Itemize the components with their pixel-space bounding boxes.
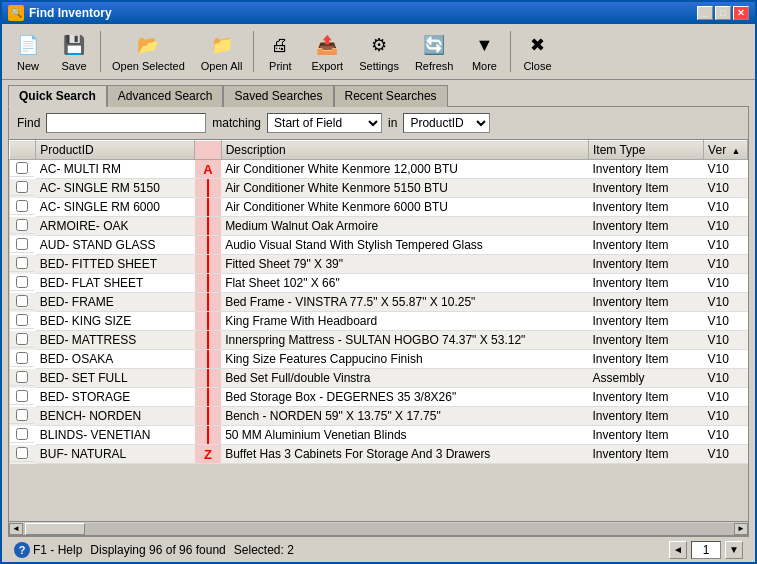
scroll-right-arrow[interactable]: ► — [734, 523, 748, 535]
settings-button[interactable]: ⚙ Settings — [352, 27, 406, 76]
row-checkbox[interactable] — [16, 390, 28, 402]
row-checkbox[interactable] — [16, 162, 28, 174]
item-type-cell: Inventory Item — [588, 407, 703, 426]
tab-quick-search[interactable]: Quick Search — [8, 85, 107, 107]
version-cell: V10 — [704, 350, 748, 369]
product-id-cell: BED- SET FULL — [36, 369, 195, 388]
version-cell: V10 — [704, 198, 748, 217]
page-input[interactable] — [691, 541, 721, 559]
row-checkbox[interactable] — [16, 333, 28, 345]
row-checkbox[interactable] — [16, 257, 28, 269]
item-type-cell: Assembly — [588, 369, 703, 388]
item-type-cell: Inventory Item — [588, 179, 703, 198]
description-cell: Air Conditioner White Kenmore 12,000 BTU — [221, 160, 588, 179]
row-checkbox[interactable] — [16, 295, 28, 307]
more-button[interactable]: ▼ More — [462, 27, 506, 76]
row-checkbox[interactable] — [16, 409, 28, 421]
window-title: Find Inventory — [29, 6, 697, 20]
row-checkbox[interactable] — [16, 219, 28, 231]
version-cell: V10 — [704, 255, 748, 274]
row-checkbox[interactable] — [16, 276, 28, 288]
in-label: in — [388, 116, 397, 130]
close-window-button[interactable]: ✕ — [733, 6, 749, 20]
close-button[interactable]: ✖ Close — [515, 27, 559, 76]
next-page-button[interactable]: ▼ — [725, 541, 743, 559]
description-cell: Buffet Has 3 Cabinets For Storage And 3 … — [221, 445, 588, 464]
matching-select[interactable]: Start of Field Any Part of Field Whole F… — [267, 113, 382, 133]
col-check — [10, 141, 36, 160]
more-icon: ▼ — [470, 31, 498, 59]
row-checkbox[interactable] — [16, 200, 28, 212]
in-select[interactable]: ProductID Description Item Type — [403, 113, 490, 133]
refresh-button[interactable]: 🔄 Refresh — [408, 27, 461, 76]
minimize-button[interactable]: _ — [697, 6, 713, 20]
version-cell: V10 — [704, 312, 748, 331]
col-item-type[interactable]: Item Type — [588, 141, 703, 160]
row-checkbox[interactable] — [16, 238, 28, 250]
az-indicator-cell — [195, 369, 221, 388]
az-indicator-cell — [195, 350, 221, 369]
col-version[interactable]: Ver ▲ — [704, 141, 748, 160]
product-id-cell: BED- FRAME — [36, 293, 195, 312]
open-selected-button[interactable]: 📂 Open Selected — [105, 27, 192, 76]
print-button[interactable]: 🖨 Print — [258, 27, 302, 76]
az-indicator-cell: Z — [195, 445, 221, 464]
table-row: ARMOIRE- OAKMedium Walnut Oak ArmoireInv… — [10, 217, 748, 236]
table-wrapper[interactable]: ProductID Description Item Type Ver — [9, 140, 748, 521]
az-indicator-cell — [195, 198, 221, 217]
table-row: BENCH- NORDENBench - NORDEN 59" X 13.75"… — [10, 407, 748, 426]
tab-advanced-search[interactable]: Advanced Search — [107, 85, 224, 107]
product-id-cell: AUD- STAND GLASS — [36, 236, 195, 255]
item-type-cell: Inventory Item — [588, 293, 703, 312]
description-cell: Bed Storage Box - DEGERNES 35 3/8X26" — [221, 388, 588, 407]
scroll-left-arrow[interactable]: ◄ — [9, 523, 23, 535]
maximize-button[interactable]: □ — [715, 6, 731, 20]
az-indicator-cell — [195, 274, 221, 293]
new-icon: 📄 — [14, 31, 42, 59]
scroll-thumb[interactable] — [25, 523, 85, 535]
product-id-cell: BLINDS- VENETIAN — [36, 426, 195, 445]
horizontal-scrollbar[interactable]: ◄ ► — [9, 521, 748, 535]
table-row: BUF- NATURALZBuffet Has 3 Cabinets For S… — [10, 445, 748, 464]
tab-recent-searches[interactable]: Recent Searches — [334, 85, 448, 107]
description-cell: King Size Features Cappucino Finish — [221, 350, 588, 369]
prev-page-button[interactable]: ◄ — [669, 541, 687, 559]
row-checkbox[interactable] — [16, 352, 28, 364]
toolbar: 📄 New 💾 Save 📂 Open Selected 📁 Open All … — [2, 24, 755, 80]
az-indicator-cell — [195, 217, 221, 236]
search-input[interactable] — [46, 113, 206, 133]
version-cell: V10 — [704, 274, 748, 293]
description-cell: Fitted Sheet 79" X 39" — [221, 255, 588, 274]
row-checkbox[interactable] — [16, 447, 28, 459]
col-product-id[interactable]: ProductID — [36, 141, 195, 160]
col-description[interactable]: Description — [221, 141, 588, 160]
open-all-icon: 📁 — [208, 31, 236, 59]
title-controls: _ □ ✕ — [697, 6, 749, 20]
scroll-track[interactable] — [23, 523, 734, 535]
table-row: BED- KING SIZEKing Frame With HeadboardI… — [10, 312, 748, 331]
version-cell: V10 — [704, 236, 748, 255]
export-button[interactable]: 📤 Export — [304, 27, 350, 76]
save-button[interactable]: 💾 Save — [52, 27, 96, 76]
open-all-label: Open All — [201, 60, 243, 72]
product-id-cell: AC- MULTI RM — [36, 160, 195, 179]
version-cell: V10 — [704, 160, 748, 179]
tab-saved-searches[interactable]: Saved Searches — [223, 85, 333, 107]
table-row: AC- SINGLE RM 5150Air Conditioner White … — [10, 179, 748, 198]
row-checkbox[interactable] — [16, 371, 28, 383]
table-row: BED- OSAKAKing Size Features Cappucino F… — [10, 350, 748, 369]
display-count: Displaying 96 of 96 found — [90, 543, 225, 557]
inventory-table: ProductID Description Item Type Ver — [9, 140, 748, 464]
version-cell: V10 — [704, 445, 748, 464]
item-type-cell: Inventory Item — [588, 274, 703, 293]
search-bar: Find matching Start of Field Any Part of… — [9, 107, 748, 139]
item-type-cell: Inventory Item — [588, 160, 703, 179]
row-checkbox[interactable] — [16, 428, 28, 440]
new-button[interactable]: 📄 New — [6, 27, 50, 76]
az-indicator-cell — [195, 236, 221, 255]
row-checkbox[interactable] — [16, 314, 28, 326]
item-type-cell: Inventory Item — [588, 312, 703, 331]
row-checkbox[interactable] — [16, 181, 28, 193]
open-all-button[interactable]: 📁 Open All — [194, 27, 250, 76]
status-bar: ? F1 - Help Displaying 96 of 96 found Se… — [8, 536, 749, 562]
